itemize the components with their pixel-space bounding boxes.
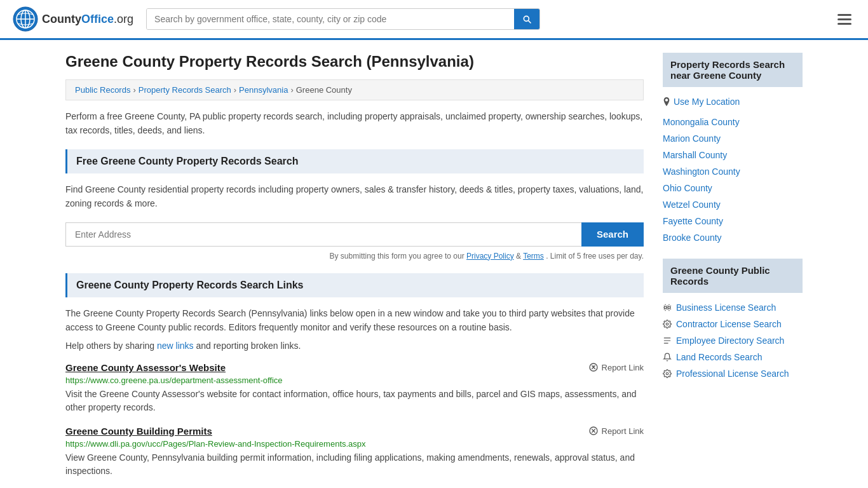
privacy-policy-link[interactable]: Privacy Policy [466, 252, 514, 261]
address-input[interactable] [65, 222, 581, 247]
sidebar: Property Records Search near Greene Coun… [663, 53, 803, 488]
public-records-section: Greene County Public Records Business Li… [663, 259, 803, 382]
link-entry-building: Greene County Building Permits Report Li… [65, 426, 644, 478]
logo-icon [13, 6, 38, 32]
gear-double-icon [663, 303, 672, 312]
svg-rect-12 [664, 343, 668, 344]
breadcrumb-sep-1: › [133, 85, 135, 95]
public-records-header: Greene County Public Records [663, 259, 803, 293]
wetzel-link[interactable]: Wetzel County [663, 200, 721, 210]
breadcrumb-current: Greene County [296, 85, 352, 95]
links-section-header: Greene County Property Records Search Li… [65, 273, 644, 297]
header: CountyOffice.org [0, 0, 868, 40]
sidebar-item-marion[interactable]: Marion County [663, 130, 803, 147]
building-desc: View Greene County, Pennsylvania buildin… [65, 451, 644, 478]
nearby-header: Property Records Search near Greene Coun… [663, 53, 803, 87]
new-links-link[interactable]: new links [157, 341, 194, 351]
location-pin-icon [663, 97, 670, 106]
report-link-btn-1[interactable]: Report Link [588, 362, 644, 372]
report-link-btn-2[interactable]: Report Link [588, 426, 644, 436]
address-form: Search [65, 222, 644, 247]
use-my-location-link[interactable]: Use My Location [674, 97, 740, 107]
hamburger-menu[interactable] [834, 10, 855, 29]
header-search-button[interactable] [514, 9, 539, 29]
sidebar-item-monongalia[interactable]: Monongalia County [663, 114, 803, 130]
sidebar-item-wetzel[interactable]: Wetzel County [663, 196, 803, 213]
page-title: Greene County Property Records Search (P… [65, 53, 644, 71]
svg-point-13 [666, 372, 668, 375]
ohio-link[interactable]: Ohio County [663, 183, 712, 193]
washington-link[interactable]: Washington County [663, 166, 740, 177]
list-icon [663, 336, 672, 345]
business-license-link[interactable]: Business License Search [676, 302, 776, 313]
building-link-title[interactable]: Greene County Building Permits [65, 426, 212, 437]
sidebar-item-land-records[interactable]: Land Records Search [663, 349, 803, 365]
disclaimer-suffix: . Limit of 5 free uses per day. [546, 252, 644, 261]
report-label-1: Report Link [602, 363, 644, 372]
professional-license-link[interactable]: Professional License Search [676, 369, 789, 379]
sidebar-item-marshall[interactable]: Marshall County [663, 147, 803, 163]
svg-point-9 [666, 323, 668, 325]
form-disclaimer: By submitting this form you agree to our… [65, 252, 644, 261]
sidebar-item-contractor-license[interactable]: Contractor License Search [663, 316, 803, 332]
brooke-link[interactable]: Brooke County [663, 233, 722, 243]
free-search-header: Free Greene County Property Records Sear… [65, 149, 644, 173]
breadcrumb-pennsylvania[interactable]: Pennsylvania [239, 85, 288, 95]
gear-small-icon [663, 369, 672, 378]
report-icon-2 [588, 426, 599, 436]
sidebar-item-professional-license[interactable]: Professional License Search [663, 365, 803, 382]
assessor-link-title[interactable]: Greene County Assessor's Website [65, 362, 226, 373]
header-search-container [146, 8, 540, 30]
sidebar-item-employee-directory[interactable]: Employee Directory Search [663, 332, 803, 349]
disclaimer-text: By submitting this form you agree to our [330, 252, 466, 261]
free-search-section: Free Greene County Property Records Sear… [65, 149, 644, 261]
main-description: Perform a free Greene County, PA public … [65, 109, 644, 138]
assessor-desc: Visit the Greene County Assessor's websi… [65, 388, 644, 414]
terms-link[interactable]: Terms [523, 252, 544, 261]
link-entry-assessor: Greene County Assessor's Website Report … [65, 362, 644, 414]
nearby-section: Property Records Search near Greene Coun… [663, 53, 803, 246]
report-label-2: Report Link [602, 426, 644, 436]
breadcrumb-sep-3: › [290, 85, 293, 95]
sidebar-item-fayette[interactable]: Fayette County [663, 213, 803, 229]
main-layout: Greene County Property Records Search (P… [53, 40, 815, 488]
link-entry-header-1: Greene County Assessor's Website Report … [65, 362, 644, 373]
disclaimer-and: & [516, 252, 523, 261]
search-button[interactable]: Search [581, 222, 644, 247]
assessor-url: https://www.co.greene.pa.us/department-a… [65, 376, 644, 385]
links-description: The Greene County Property Records Searc… [65, 306, 644, 335]
marion-link[interactable]: Marion County [663, 133, 721, 144]
logo-text: CountyOffice.org [42, 13, 133, 26]
links-section: Greene County Property Records Search Li… [65, 273, 644, 478]
breadcrumb: Public Records › Property Records Search… [65, 79, 644, 100]
marshall-link[interactable]: Marshall County [663, 150, 727, 160]
bell-icon [663, 353, 672, 362]
logo[interactable]: CountyOffice.org [13, 6, 133, 32]
fayette-link[interactable]: Fayette County [663, 216, 723, 226]
header-search-input[interactable] [147, 9, 514, 29]
gear-icon [663, 320, 672, 329]
svg-rect-10 [664, 337, 671, 338]
use-my-location[interactable]: Use My Location [663, 93, 803, 110]
sidebar-item-ohio[interactable]: Ohio County [663, 180, 803, 196]
sidebar-item-brooke[interactable]: Brooke County [663, 229, 803, 246]
link-entry-header-2: Greene County Building Permits Report Li… [65, 426, 644, 437]
monongalia-link[interactable]: Monongalia County [663, 117, 740, 127]
svg-rect-11 [664, 340, 671, 341]
breadcrumb-sep-2: › [234, 85, 236, 95]
report-icon-1 [588, 362, 599, 372]
breadcrumb-public-records[interactable]: Public Records [75, 85, 130, 95]
sidebar-item-business-license[interactable]: Business License Search [663, 299, 803, 316]
employee-directory-link[interactable]: Employee Directory Search [676, 336, 784, 346]
breadcrumb-property-records-search[interactable]: Property Records Search [139, 85, 231, 95]
new-links-text: Help others by sharing new links and rep… [65, 341, 644, 351]
sidebar-item-washington[interactable]: Washington County [663, 163, 803, 180]
land-records-link[interactable]: Land Records Search [676, 352, 762, 362]
free-search-description: Find Greene County residential property … [65, 182, 644, 211]
building-url: https://www.dli.pa.gov/ucc/Pages/Plan-Re… [65, 439, 644, 449]
content-area: Greene County Property Records Search (P… [65, 53, 644, 488]
search-icon [522, 14, 532, 24]
contractor-license-link[interactable]: Contractor License Search [676, 319, 782, 329]
